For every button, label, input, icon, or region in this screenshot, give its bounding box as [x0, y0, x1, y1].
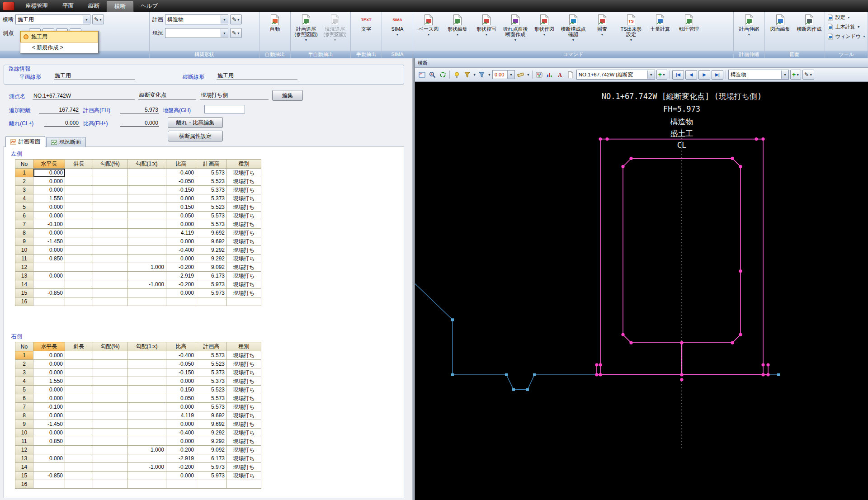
row-number[interactable]: 4 [15, 194, 33, 203]
column-header[interactable]: No [15, 342, 33, 351]
cell[interactable] [93, 360, 127, 368]
cell[interactable]: 9.692 [196, 420, 227, 429]
cell[interactable] [65, 403, 93, 411]
structure-vertex-point[interactable] [629, 341, 632, 344]
ribbon-button-4-6[interactable]: 照査▼ [588, 13, 617, 38]
section-attribute-button[interactable]: 横断属性設定 [168, 131, 223, 142]
cell[interactable] [93, 437, 127, 446]
cell[interactable]: -0.200 [166, 263, 196, 272]
cell[interactable]: 0.000 [166, 437, 196, 446]
cell[interactable]: 5.523 [196, 203, 227, 212]
cell[interactable] [33, 263, 65, 272]
cell[interactable]: 0.050 [166, 394, 196, 403]
chevron-down-icon[interactable]: ▼ [473, 73, 476, 76]
cell[interactable] [65, 220, 93, 229]
cad-drawing[interactable]: NO.1+67.742W [縦断変化点] (現場打ち側)FH=5.973構造物盛… [415, 82, 868, 500]
structure-vertex-point[interactable] [605, 137, 609, 141]
outer-wall[interactable] [600, 139, 763, 375]
cell[interactable]: -0.050 [166, 360, 196, 368]
column-header[interactable]: 斜長 [65, 160, 93, 169]
cell[interactable] [93, 212, 127, 220]
cell[interactable]: 5.573 [196, 212, 227, 220]
row-number[interactable]: 6 [15, 394, 33, 403]
row-number[interactable]: 12 [15, 263, 33, 272]
cross-section-edit-button[interactable]: ✎▼ [92, 14, 104, 24]
structure-vertex-point[interactable] [595, 363, 598, 366]
row-number[interactable]: 12 [15, 446, 33, 454]
cell[interactable] [65, 454, 93, 463]
cell[interactable]: 9.692 [196, 411, 227, 420]
cell[interactable] [127, 186, 166, 194]
cell[interactable]: 0.000 [166, 237, 196, 246]
cell[interactable] [93, 351, 127, 360]
column-header[interactable]: 勾配(%) [93, 342, 127, 351]
cell[interactable] [65, 437, 93, 446]
row-number[interactable]: 9 [15, 237, 33, 246]
row-number[interactable]: 2 [15, 360, 33, 368]
cell[interactable]: 現場打ち [227, 394, 261, 403]
cell[interactable]: 現場打ち [227, 289, 261, 297]
cell[interactable]: 5.373 [196, 377, 227, 386]
cell[interactable] [127, 255, 166, 263]
cell[interactable] [33, 446, 65, 454]
cell[interactable] [65, 394, 93, 403]
ribbon-button-0-0[interactable]: 自動 [260, 13, 289, 32]
cell[interactable] [65, 351, 93, 360]
column-header[interactable]: 計画高 [196, 342, 227, 351]
cell[interactable] [127, 169, 166, 177]
dropdown-item-0[interactable]: 施工用 [20, 31, 98, 42]
cell[interactable]: 9.292 [196, 437, 227, 446]
cell[interactable] [65, 280, 93, 289]
height-diff-value[interactable]: 0.000 [120, 118, 159, 127]
cell[interactable] [166, 480, 196, 489]
cell[interactable]: 現場打ち [227, 420, 261, 429]
cell[interactable] [196, 480, 227, 489]
cell[interactable]: 0.000 [33, 203, 65, 212]
cell[interactable] [93, 194, 127, 203]
cell[interactable]: 5.973 [196, 280, 227, 289]
row-number[interactable]: 5 [15, 386, 33, 394]
structure-vertex-point[interactable] [766, 373, 769, 376]
cell[interactable]: -0.150 [166, 368, 196, 377]
cell[interactable] [127, 437, 166, 446]
cell[interactable] [65, 411, 93, 420]
pin-filter-icon[interactable] [477, 70, 486, 79]
chevron-down-icon[interactable]: ▼ [221, 29, 228, 37]
cell[interactable] [93, 177, 127, 186]
cell[interactable]: 現場打ち [227, 446, 261, 454]
ground-vertex-point[interactable] [451, 318, 454, 321]
structure-vertex-point[interactable] [680, 373, 683, 376]
cell[interactable]: 0.000 [166, 403, 196, 411]
cell[interactable]: -0.150 [166, 186, 196, 194]
structure-vertex-point[interactable] [599, 137, 602, 141]
edit-button[interactable]: 編集 [272, 90, 303, 101]
ribbon-button-2-0[interactable]: TEXT文字 [352, 13, 381, 32]
distance-value[interactable]: 167.742 [39, 105, 80, 113]
ribbon-button-7-0[interactable]: 設定▼ [827, 13, 850, 22]
cell[interactable]: 5.373 [196, 368, 227, 377]
cell[interactable]: 1.550 [33, 194, 65, 203]
row-number[interactable]: 1 [15, 169, 33, 177]
cell[interactable] [127, 429, 166, 437]
structure-vertex-point[interactable] [680, 341, 683, 344]
ground-vertex-point[interactable] [777, 373, 780, 376]
cell[interactable]: -2.919 [166, 272, 196, 280]
cell[interactable]: 5.523 [196, 177, 227, 186]
structure-vertex-point[interactable] [731, 157, 734, 160]
structure-vertex-point[interactable] [599, 373, 602, 376]
ribbon-button-1-0[interactable]: 計画追尾 (参照図面)▼ [292, 13, 321, 43]
cell[interactable] [93, 169, 127, 177]
ribbon-button-7-1[interactable]: 土木計算▼ [827, 23, 860, 31]
cell[interactable]: 5.373 [196, 194, 227, 203]
cell[interactable]: -0.100 [33, 220, 65, 229]
column-header[interactable]: 計画高 [196, 160, 227, 169]
row-number[interactable]: 16 [15, 297, 33, 306]
ribbon-button-4-3[interactable]: 折れ点前後 断面作成▼ [501, 13, 530, 43]
row-number[interactable]: 3 [15, 368, 33, 377]
cell[interactable] [127, 420, 166, 429]
cell[interactable] [93, 280, 127, 289]
row-number[interactable]: 7 [15, 220, 33, 229]
ribbon-button-4-7[interactable]: TSTS出来形 設定▼ [617, 13, 646, 43]
ribbon-button-3-0[interactable]: SIMASIMA▼ [383, 13, 412, 38]
ribbon-button-6-0[interactable]: 図面編集 [766, 13, 795, 32]
